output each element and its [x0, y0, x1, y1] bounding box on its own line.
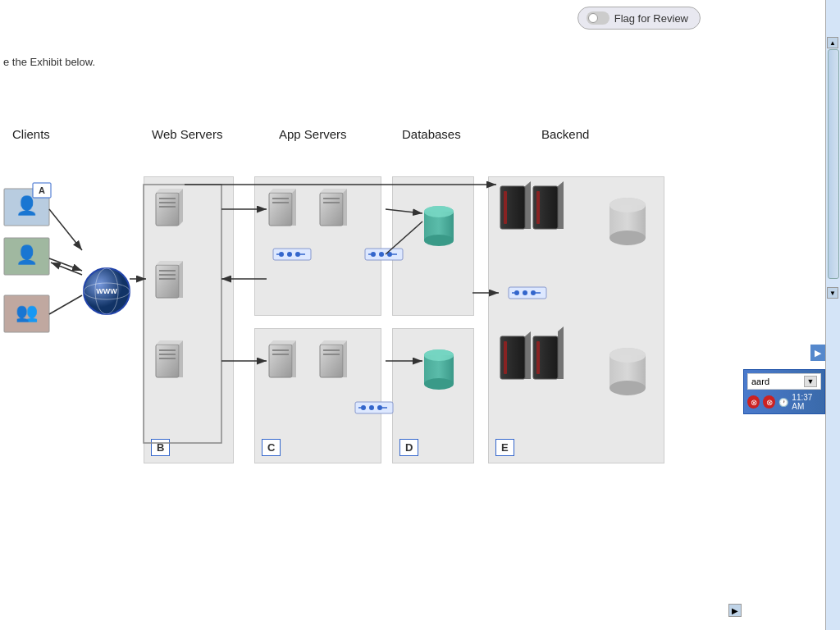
zone-b-label: B: [151, 439, 170, 456]
svg-line-105: [49, 295, 82, 314]
svg-rect-6: [33, 183, 51, 198]
svg-point-8: [84, 268, 130, 314]
databases-header: Databases: [402, 127, 461, 141]
svg-point-10: [95, 268, 118, 314]
error-icon: ⊗: [747, 395, 760, 409]
architecture-diagram: Clients Web Servers App Servers Database…: [0, 127, 673, 496]
zone-app-servers-bottom: C: [254, 328, 381, 463]
flag-review-button[interactable]: Flag for Review: [578, 7, 701, 30]
zone-backend: E: [488, 176, 664, 463]
scrollbar[interactable]: ▲ ▼: [825, 0, 840, 630]
svg-point-11: [84, 283, 130, 299]
zone-db-bottom: D: [392, 328, 474, 463]
zone-db-top: [392, 176, 474, 316]
input-text: aard: [751, 377, 801, 386]
svg-rect-4: [4, 295, 49, 332]
scroll-right-arrow[interactable]: ▶: [728, 604, 742, 617]
dropdown-button[interactable]: ▼: [804, 376, 817, 387]
svg-text:👥: 👥: [16, 301, 39, 323]
scroll-up-arrow[interactable]: ▲: [827, 37, 838, 48]
svg-text:👤: 👤: [16, 244, 39, 266]
zone-d-label: D: [399, 439, 418, 456]
svg-line-103: [49, 209, 82, 250]
zone-e-label: E: [495, 439, 514, 456]
svg-line-106: [51, 262, 82, 275]
svg-line-104: [49, 258, 82, 271]
zone-c-label: C: [262, 439, 281, 456]
clients-header: Clients: [12, 127, 50, 141]
appservers-header: App Servers: [279, 127, 347, 141]
svg-text:👤: 👤: [16, 194, 39, 217]
scrollbar-thumb[interactable]: [828, 49, 839, 279]
zone-app-servers-top: [254, 176, 381, 316]
scroll-down-arrow[interactable]: ▼: [827, 287, 838, 299]
svg-rect-2: [4, 238, 49, 275]
instruction-text: e the Exhibit below.: [3, 56, 95, 68]
svg-text:A: A: [39, 185, 45, 195]
taskbar-time: 11:37 AM: [792, 393, 821, 411]
toggle-knob: [588, 13, 598, 23]
nav-right-arrow[interactable]: ▶: [810, 345, 825, 361]
backend-header: Backend: [541, 127, 589, 141]
flag-toggle[interactable]: [587, 11, 609, 25]
warning-icon: ⊗: [763, 395, 775, 409]
zone-web-servers: B: [144, 176, 234, 463]
webservers-header: Web Servers: [152, 127, 222, 141]
side-panel: aard ▼ ⊗ ⊗ 🕐 11:37 AM: [743, 369, 825, 414]
svg-text:WWW: WWW: [96, 287, 117, 295]
flag-review-label: Flag for Review: [614, 12, 688, 25]
svg-rect-0: [4, 189, 49, 226]
clock-icon: 🕐: [778, 398, 788, 407]
